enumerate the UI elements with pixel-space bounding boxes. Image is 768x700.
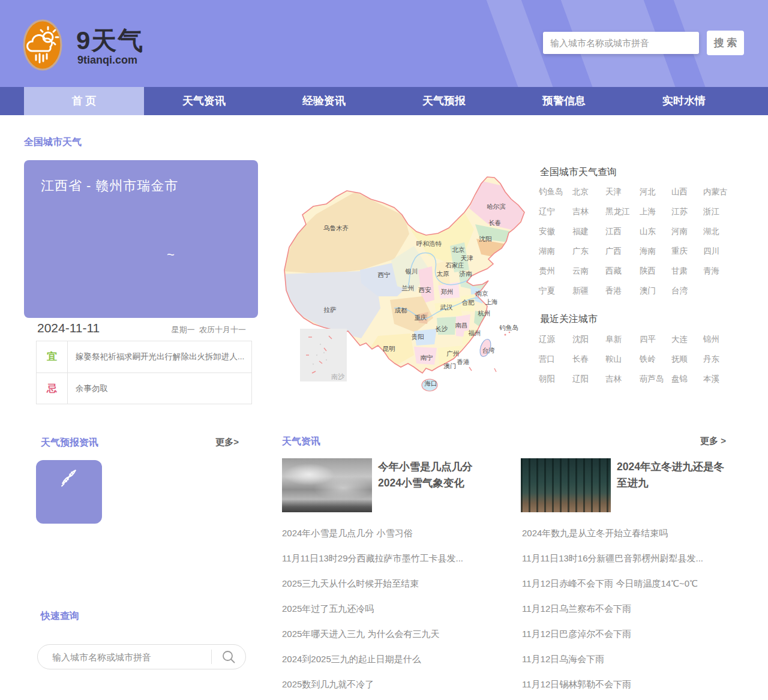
news-link[interactable]: 11月12日赤峰不会下雨 今日晴温度14℃~0℃	[522, 571, 750, 596]
city-link[interactable]: 山东	[640, 226, 671, 238]
city-link[interactable]: 葫芦岛	[640, 373, 671, 385]
news-link[interactable]: 2024年小雪是几点几分 小雪习俗	[282, 521, 510, 546]
almanac-table: 宜 嫁娶祭祀祈福求嗣开光出行解除出火拆卸进人... 忌 余事勿取	[36, 341, 252, 404]
city-link[interactable]: 重庆	[671, 245, 703, 257]
nav-tab[interactable]: 预警信息	[504, 87, 624, 115]
news-link[interactable]: 2024年数九是从立冬开始立春结束吗	[522, 521, 750, 546]
city-link[interactable]: 云南	[572, 265, 605, 277]
almanac-ji-label: 忌	[37, 373, 68, 404]
weather-news-title: 天气资讯	[282, 435, 320, 448]
header-search-button[interactable]: 搜 索	[707, 31, 744, 55]
map-city-label: 南昌	[455, 322, 468, 329]
news-link[interactable]: 11月11日13时29分西藏拉萨市墨竹工卡县发...	[282, 546, 510, 571]
city-link[interactable]: 海南	[640, 245, 671, 257]
city-link[interactable]: 台湾	[671, 285, 703, 297]
city-link[interactable]: 辽源	[539, 334, 572, 346]
news-link[interactable]: 11月12日锡林郭勒不会下雨	[522, 672, 750, 697]
city-link[interactable]: 钓鱼岛	[539, 186, 572, 198]
city-link[interactable]: 阜新	[605, 334, 640, 346]
header-search-input[interactable]	[543, 32, 699, 54]
city-link[interactable]: 北京	[572, 186, 605, 198]
city-link[interactable]: 吉林	[572, 206, 605, 218]
city-link[interactable]: 陕西	[640, 265, 671, 277]
city-link[interactable]: 四川	[703, 245, 744, 257]
city-link[interactable]: 青海	[703, 265, 744, 277]
forecast-news-more-link[interactable]: 更多>	[198, 437, 239, 448]
news-link[interactable]: 2025年哪天进入三九 为什么会有三九天	[282, 621, 510, 647]
featured-article-image-clouds	[282, 458, 372, 512]
map-city-label: 南京	[476, 290, 489, 297]
nav-tab[interactable]: 天气资讯	[144, 87, 264, 115]
recent-cities-grid: 辽源沈阳阜新四平大连锦州营口长春鞍山铁岭抚顺丹东朝阳辽阳吉林葫芦岛盘锦本溪	[539, 334, 744, 385]
news-link[interactable]: 11月12日乌兰察布不会下雨	[522, 596, 750, 621]
nav-tab[interactable]: 经验资讯	[264, 87, 384, 115]
news-link[interactable]: 11月12日乌海会下雨	[522, 647, 750, 672]
map-city-label: 银川	[405, 268, 418, 275]
city-link[interactable]: 铁岭	[640, 353, 671, 365]
china-map[interactable]: 南沙 乌鲁木齐哈尔滨长春沈阳呼和浩特北京天津石家庄太原济南银川西宁兰州西安郑州南…	[271, 157, 533, 401]
map-city-label: 北京	[452, 246, 466, 253]
news-link[interactable]: 2025年过了五九还冷吗	[282, 596, 510, 621]
featured-article[interactable]: 今年小雪是几点几分2024小雪气象变化	[282, 458, 492, 512]
nav-tab[interactable]: 首 页	[24, 87, 144, 115]
nav-tab[interactable]: 天气预报	[384, 87, 504, 115]
city-link[interactable]: 西藏	[605, 265, 640, 277]
city-link[interactable]: 抚顺	[671, 353, 703, 365]
main-nav: 首 页天气资讯经验资讯天气预报预警信息实时水情	[0, 87, 768, 115]
map-city-label: 西宁	[378, 271, 391, 278]
city-link[interactable]: 贵州	[539, 265, 572, 277]
city-link[interactable]: 内蒙古	[703, 186, 744, 198]
city-link[interactable]: 浙江	[703, 206, 744, 218]
city-link[interactable]: 天津	[605, 186, 640, 198]
city-link[interactable]: 香港	[605, 285, 640, 297]
map-city-label: 郑州	[441, 288, 454, 295]
city-link[interactable]: 江西	[605, 226, 640, 238]
map-city-label: 乌鲁木齐	[323, 224, 349, 232]
city-link[interactable]: 大连	[671, 334, 703, 346]
city-link[interactable]: 河北	[640, 186, 671, 198]
city-link[interactable]: 山西	[671, 186, 703, 198]
news-link[interactable]: 2025三九天从什么时候开始至结束	[282, 571, 510, 596]
city-link[interactable]: 上海	[640, 206, 671, 218]
map-city-label: 香港	[457, 358, 470, 365]
city-link[interactable]: 广西	[605, 245, 640, 257]
city-link[interactable]: 鞍山	[605, 353, 640, 365]
city-link[interactable]: 盘锦	[671, 373, 703, 385]
city-link[interactable]: 安徽	[539, 226, 572, 238]
city-link[interactable]: 福建	[572, 226, 605, 238]
city-link[interactable]: 江苏	[671, 206, 703, 218]
featured-article[interactable]: 2024年立冬进九还是冬至进九	[521, 458, 731, 512]
city-link[interactable]: 沈阳	[572, 334, 605, 346]
city-link[interactable]: 营口	[539, 353, 572, 365]
city-link[interactable]: 澳门	[640, 285, 671, 297]
city-link[interactable]: 河南	[671, 226, 703, 238]
weather-news-more-link[interactable]: 更多 >	[684, 435, 726, 447]
city-link[interactable]: 甘肃	[671, 265, 703, 277]
city-link[interactable]: 宁夏	[539, 285, 572, 297]
city-link[interactable]: 湖北	[703, 226, 744, 238]
city-link[interactable]: 广东	[572, 245, 605, 257]
city-link[interactable]: 四平	[640, 334, 671, 346]
city-link[interactable]: 丹东	[703, 353, 744, 365]
news-link[interactable]: 2024到2025三九的起止日期是什么	[282, 647, 510, 672]
map-city-label: 哈尔滨	[487, 203, 506, 210]
city-link[interactable]: 吉林	[605, 373, 640, 385]
city-link[interactable]: 辽阳	[572, 373, 605, 385]
news-link[interactable]: 11月11日13时16分新疆巴音郭楞州尉犁县发...	[522, 546, 750, 571]
nav-tab[interactable]: 实时水情	[624, 87, 744, 115]
city-link[interactable]: 长春	[572, 353, 605, 365]
news-link[interactable]: 2025数到几九就不冷了	[282, 672, 510, 697]
city-link[interactable]: 朝阳	[539, 373, 572, 385]
quick-search-input[interactable]	[38, 645, 211, 669]
city-link[interactable]: 本溪	[703, 373, 744, 385]
city-link[interactable]: 湖南	[539, 245, 572, 257]
map-city-label: 西安	[419, 286, 432, 293]
city-link[interactable]: 辽宁	[539, 206, 572, 218]
news-link[interactable]: 11月12日巴彦淖尔不会下雨	[522, 621, 750, 647]
current-city-weather-card[interactable]: 江西省 - 赣州市瑞金市 ~	[24, 160, 258, 318]
city-link[interactable]: 锦州	[703, 334, 744, 346]
city-link[interactable]: 黑龙江	[605, 206, 640, 218]
city-link[interactable]: 新疆	[572, 285, 605, 297]
quick-search-magnifier-button[interactable]	[212, 649, 245, 665]
forecast-news-thumbnail[interactable]	[36, 460, 102, 524]
